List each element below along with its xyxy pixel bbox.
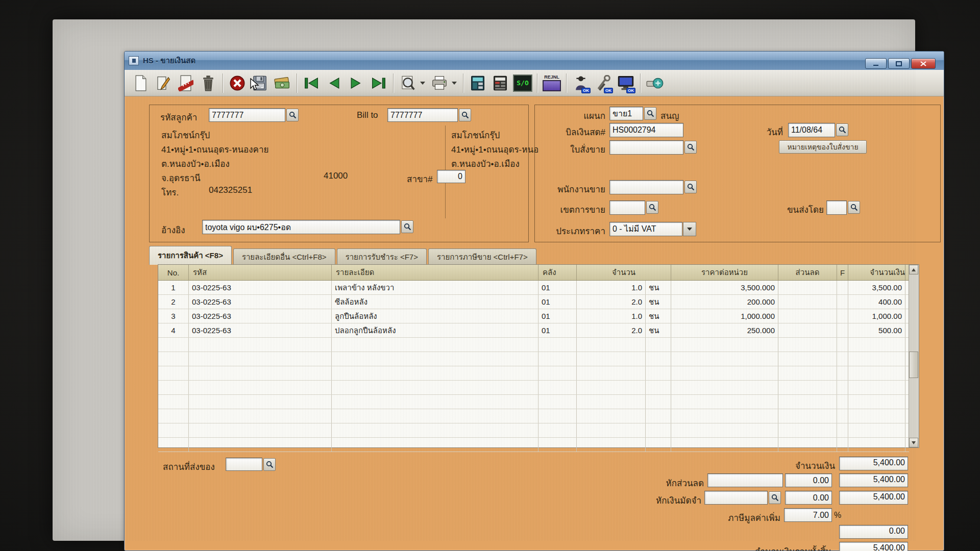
- date-lookup-button[interactable]: [836, 123, 848, 136]
- reference-lookup-button[interactable]: [401, 220, 413, 233]
- vertical-scrollbar[interactable]: [909, 265, 919, 447]
- search-button[interactable]: [397, 71, 419, 95]
- table-row-empty[interactable]: [158, 395, 909, 409]
- magnifier-icon: [289, 111, 297, 119]
- so-note-button[interactable]: หมายเหตุของใบสั่งขาย: [779, 140, 867, 154]
- table-row-empty[interactable]: [158, 423, 909, 438]
- cell-warehouse: 01: [538, 295, 577, 309]
- sale-area-lookup-button[interactable]: [646, 201, 658, 214]
- void-button[interactable]: [175, 71, 197, 95]
- last-record-button[interactable]: [368, 71, 390, 95]
- first-record-button[interactable]: [300, 71, 323, 95]
- tab-sales-tax[interactable]: รายการภาษีขาย <Ctrl+F7>: [428, 248, 536, 265]
- calculator-button[interactable]: [489, 71, 511, 95]
- scroll-up-button[interactable]: [909, 265, 918, 274]
- ship-by-input[interactable]: [826, 201, 847, 215]
- monitor-button[interactable]: OK: [615, 71, 637, 95]
- table-row[interactable]: 4 03-0225-63 ปลอกลูกปืนล้อหลัง 01 2.0 ชน…: [158, 323, 909, 338]
- department-lookup-button[interactable]: [644, 107, 656, 120]
- scroll-down-button[interactable]: [909, 438, 918, 447]
- previous-record-icon: [326, 77, 342, 90]
- price-type-dropdown[interactable]: 0 - ไม่มี VAT: [609, 222, 696, 236]
- deposit-lookup-button[interactable]: [769, 491, 781, 504]
- discount-amount-input[interactable]: [785, 473, 832, 487]
- deposit-amount-input[interactable]: [785, 491, 832, 505]
- vat-rate-input[interactable]: [784, 508, 832, 522]
- table-row[interactable]: 3 03-0225-63 ลูกปืนล้อหลัง 01 1.0 ชน 1,0…: [158, 309, 909, 323]
- print-dropdown-arrow[interactable]: [452, 82, 457, 85]
- discount-input[interactable]: [707, 473, 783, 487]
- reference-label: อ้างอิง: [161, 223, 185, 237]
- delete-button[interactable]: [197, 71, 219, 95]
- cash-button[interactable]: [271, 71, 293, 95]
- search-dropdown-arrow[interactable]: [420, 82, 425, 85]
- cell-code: 03-0225-63: [189, 281, 332, 294]
- tab-items[interactable]: รายการสินค้า <F8>: [149, 246, 232, 265]
- table-row-empty[interactable]: [158, 409, 909, 423]
- approve-tools-button[interactable]: OK: [592, 71, 615, 95]
- customer-code-lookup-button[interactable]: [286, 109, 299, 121]
- table-row-empty[interactable]: [158, 366, 909, 381]
- approve-person-button[interactable]: OK: [570, 71, 592, 95]
- new-document-button[interactable]: [130, 71, 152, 95]
- billto-lookup-button[interactable]: [459, 109, 471, 121]
- table-row-empty[interactable]: [158, 438, 909, 452]
- print-button[interactable]: [428, 71, 451, 95]
- table-row-empty[interactable]: [158, 381, 909, 395]
- tab-payments[interactable]: รายการรับชำระ <F7>: [337, 248, 427, 265]
- table-row[interactable]: 1 03-0225-63 เพลาข้าง หลังขวา 01 1.0 ชน …: [158, 281, 909, 295]
- header-unit-price: ราคาต่อหน่วย: [671, 265, 778, 280]
- edit-button[interactable]: [152, 71, 175, 95]
- edit-icon: [156, 75, 171, 91]
- table-row[interactable]: 2 03-0225-63 ซีลล้อหลัง 01 2.0 ชน 200.00…: [158, 295, 909, 309]
- customer-zipcode: 41000: [324, 171, 348, 181]
- cell-no: 2: [158, 295, 189, 309]
- table-row-empty[interactable]: [158, 352, 909, 366]
- scrollbar-thumb[interactable]: [909, 352, 918, 378]
- minimize-icon: [873, 61, 879, 66]
- maximize-button[interactable]: [888, 58, 910, 69]
- salesman-input[interactable]: [609, 180, 683, 194]
- toolbar-separator: [393, 73, 394, 93]
- cell-no: 3: [158, 309, 189, 323]
- bill-no-input[interactable]: [609, 123, 683, 137]
- customer-code-input[interactable]: [209, 108, 285, 122]
- magnifier-icon: [687, 183, 695, 191]
- close-button[interactable]: [911, 58, 936, 69]
- title-bar[interactable]: HS - ขายเงินสด: [125, 52, 944, 70]
- amount-label: จำนวนเงิน: [733, 459, 835, 472]
- minimize-button[interactable]: [865, 58, 887, 69]
- table-row-empty[interactable]: [158, 338, 909, 352]
- billto-input[interactable]: [387, 108, 458, 122]
- amount-total: 5,400.00: [839, 457, 908, 470]
- toolbar-separator: [463, 73, 463, 93]
- toolbar: S/O REJNL OK OK OK: [125, 70, 944, 96]
- ship-to-input[interactable]: [226, 458, 262, 471]
- department-label: แผนก: [534, 109, 605, 122]
- date-input[interactable]: [788, 123, 835, 137]
- sale-order-button[interactable]: S/O: [511, 71, 534, 95]
- reference-input[interactable]: [202, 220, 400, 234]
- transfer-money-button[interactable]: [644, 71, 666, 95]
- previous-record-button[interactable]: [323, 71, 345, 95]
- rejnl-button[interactable]: REJNL: [541, 71, 563, 95]
- dropdown-arrow-icon[interactable]: [683, 222, 696, 236]
- tab-other-details[interactable]: รายละเอียดอื่น <Ctrl+F8>: [233, 248, 335, 265]
- branch-input[interactable]: [437, 170, 465, 183]
- sale-area-input[interactable]: [609, 201, 645, 215]
- salesman-lookup-button[interactable]: [684, 181, 697, 193]
- mouse-cursor: [249, 78, 261, 91]
- header-description: รายละเอียด: [332, 265, 538, 280]
- date-label: วันที่: [734, 125, 783, 139]
- sale-order-lookup-button[interactable]: [684, 141, 697, 154]
- next-record-button[interactable]: [345, 71, 368, 95]
- deposit-input[interactable]: [704, 491, 768, 505]
- department-input[interactable]: [609, 107, 643, 120]
- tab-strip: รายการสินค้า <F8> รายละเอียดอื่น <Ctrl+F…: [149, 246, 536, 265]
- ship-by-lookup-button[interactable]: [848, 201, 860, 214]
- ship-to-lookup-button[interactable]: [263, 458, 276, 471]
- cash-register-button[interactable]: [467, 71, 489, 95]
- magnifier-icon: [461, 111, 469, 119]
- sale-order-input[interactable]: [609, 140, 683, 155]
- cancel-button[interactable]: [226, 71, 249, 95]
